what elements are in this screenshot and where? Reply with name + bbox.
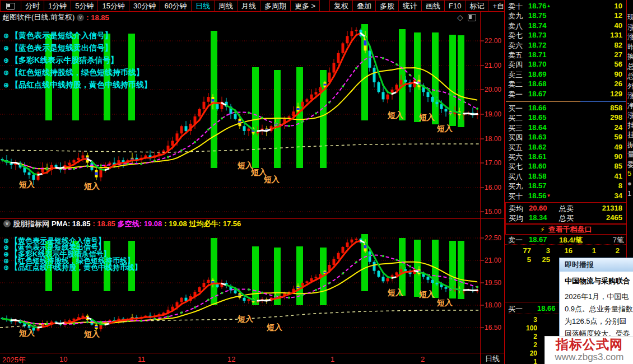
menu-tool-5[interactable]: F10 [445,1,466,11]
tab-period-0[interactable]: 分时 [21,1,44,11]
annotation-text: 【黄色表示是短线介入信号】 [11,31,113,40]
up-arrow-icon: ▲ [547,3,551,8]
menu-tool-0[interactable]: 复权 [329,1,353,11]
ask-row-1[interactable]: 卖一18.67129 [508,90,623,99]
signal-label: 短入 [266,323,283,332]
ob-row-label: 买四 [508,133,523,143]
price-tick-label: 18.00 [485,301,501,309]
menu-tool-2[interactable]: 多股 [376,1,399,11]
bid-row-3[interactable]: 买三18.6424 [508,123,623,133]
price-tick-label: 18.00 [485,135,501,143]
clipped-char-6: 总 [627,71,633,81]
bid-row-10[interactable]: 买十18.56▼34 [508,192,623,201]
ask-row-6[interactable]: 卖六18.7282 [508,41,623,50]
chevron-down-icon[interactable]: v [77,14,84,21]
price-tick-label: 16.00 [485,184,501,192]
ob-row-volume: 56 [615,60,622,68]
clipped-char-10: 涨 [627,110,633,120]
window-layout-button[interactable] [0,1,21,11]
ask-row-8[interactable]: 卖八18.7440 [508,21,623,31]
annotation-text: 【品红点线中线持股，黄色中线持币线】 [11,80,152,89]
diamond-marker-icon[interactable]: ◇ [457,13,463,22]
bid-row-1[interactable]: 买一18.66858 [508,104,623,113]
tab-period-7[interactable]: 周线 [215,1,238,11]
clipped-char-0: 现 [627,12,633,22]
ask-row-7[interactable]: 卖七18.73131 [508,31,623,40]
trade-detail-cell: 1 [573,246,596,255]
x-axis-label-3: 12 [227,355,235,363]
indicator-header-seg-0: 股朋指标网 [13,219,49,229]
ob-row-label: 卖五 [508,50,523,60]
clipped-char-2: 涨 [627,32,633,42]
trade-detail-cell: 3 [531,246,550,255]
ob-row-label: 卖八 [508,21,523,31]
menu-tool-3[interactable]: 统计 [399,1,422,11]
trade-detail-cell: 16 [550,246,573,255]
tab-period-10[interactable]: 更多 > [291,1,320,11]
tab-period-1[interactable]: 1分钟 [44,1,71,11]
total-buy-label: 总买 [559,213,574,223]
bid-row-2[interactable]: 买二18.65298 [508,113,623,123]
ask-row-3[interactable]: 卖三18.6990 [508,70,623,80]
watermark-site-name: 指标公式网 [545,337,633,352]
price-tick-label: 19.50 [485,279,501,287]
view-full-depth-label: 查看千档盘口 [548,225,592,235]
ob-row-price: 18.61 [528,152,547,161]
ob-row-price: 18.64 [528,123,547,132]
indicator-header-seg-4: : 19.08 [164,220,187,228]
menu-tool-1[interactable]: 叠加 [353,1,376,11]
ask-detail-label: 卖一 [508,235,523,245]
collapse-icon[interactable]: v [3,220,11,227]
tab-period-5[interactable]: 60分钟 [160,1,191,11]
ask-row-5[interactable]: 卖五18.7127 [508,50,623,60]
tab-period-2[interactable]: 5分钟 [71,1,98,11]
ob-row-price: 18.62 [528,143,547,151]
window-layout-icon [6,3,15,10]
link-icon: ⊕ [3,81,9,89]
link-icon: ⊕ [3,57,9,64]
panel-toggle-icon[interactable] [468,14,476,21]
tab-period-9[interactable]: 多周期 [260,1,291,11]
ob-row-price: 18.65 [528,113,547,122]
bid-row-6[interactable]: 买六18.6190 [508,152,623,162]
period-cell[interactable]: 日线 [480,353,504,364]
last-price-value: : 18.85 [86,13,109,22]
ask-row-4[interactable]: 卖四18.7056 [508,60,623,69]
tab-period-3[interactable]: 15分钟 [98,1,129,11]
x-axis-label-1: 10 [59,355,67,363]
tab-period-4[interactable]: 30分钟 [129,1,160,11]
ob-row-price: 18.74 [528,21,547,30]
bid-row-8[interactable]: 买八18.5841 [508,172,623,181]
menu-tool-6[interactable]: 标记 [466,1,488,11]
annotation-line-4: ⊕【品红点线中线持股，黄色中线持币线】 [3,81,152,88]
ob-row-volume: 10 [615,2,622,10]
x-axis-label-0: 2025年 [2,355,26,364]
ob-row-label: 卖三 [508,70,523,80]
chart-title: 超图软件(日线.前复权) [2,12,75,22]
ob-row-label: 买七 [508,162,523,172]
ob-row-price: 18.58 [528,172,547,180]
clipped-char-3: 昨 [627,42,633,52]
clipped-char-11: 挂 [627,120,633,130]
news-popup-title[interactable]: 即时播报 [560,258,633,272]
price-tick-label: 16.50 [485,324,501,332]
ask-row-2[interactable]: 卖二18.6826 [508,80,623,89]
ob-row-volume: 59 [615,133,622,141]
trade-detail-cell: 77 [505,246,531,255]
bid-row-4[interactable]: 买四18.6359 [508,133,623,142]
bid-row-5[interactable]: 买五18.6249 [508,143,623,152]
view-full-depth-link[interactable]: ⚡ 查看千档盘口 [505,224,627,235]
ob-row-label: 卖九 [508,11,523,21]
ob-row-label: 卖四 [508,60,523,70]
indicator-annotations: ⊕【黄色表示是短线介入信号】⊕【蓝色表示是短线卖出信号】⊕【多彩K线表示牛股猎杀… [3,237,142,271]
tab-period-8[interactable]: 月线 [238,1,260,11]
menu-tool-4[interactable]: 画线 [422,1,445,11]
bid-row-9[interactable]: 买九18.578 [508,181,623,191]
buy-one-label: 买一 [508,304,523,314]
tab-period-6[interactable]: 日线 [192,1,215,11]
ob-row-label: 买九 [508,181,523,192]
trade-detail-cell: 5 [505,255,531,264]
ask-row-9[interactable]: 卖九18.7512 [508,11,623,21]
ask-row-10[interactable]: 卖十18.76▲10 [508,2,623,11]
bid-row-7[interactable]: 买七18.6085 [508,162,623,171]
